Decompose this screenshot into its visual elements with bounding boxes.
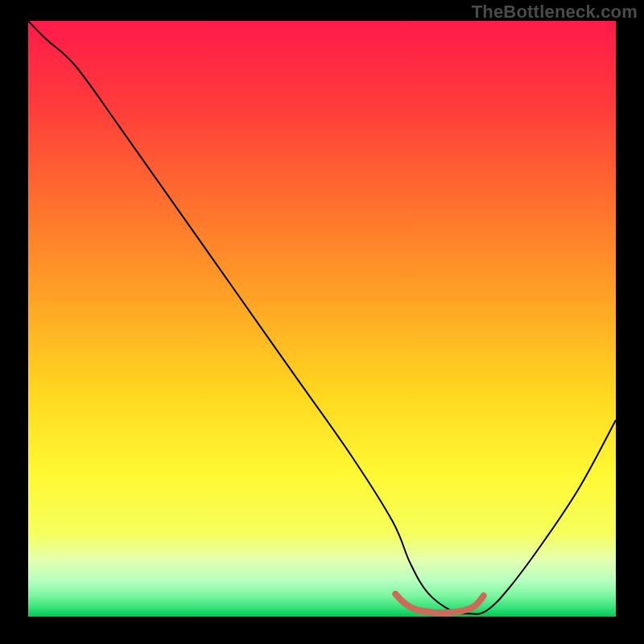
bottleneck-curve [28, 21, 616, 614]
plot-area [28, 21, 616, 617]
watermark-text: TheBottleneck.com [472, 2, 638, 23]
chart-curves [28, 21, 616, 617]
chart-container: TheBottleneck.com [0, 0, 644, 644]
